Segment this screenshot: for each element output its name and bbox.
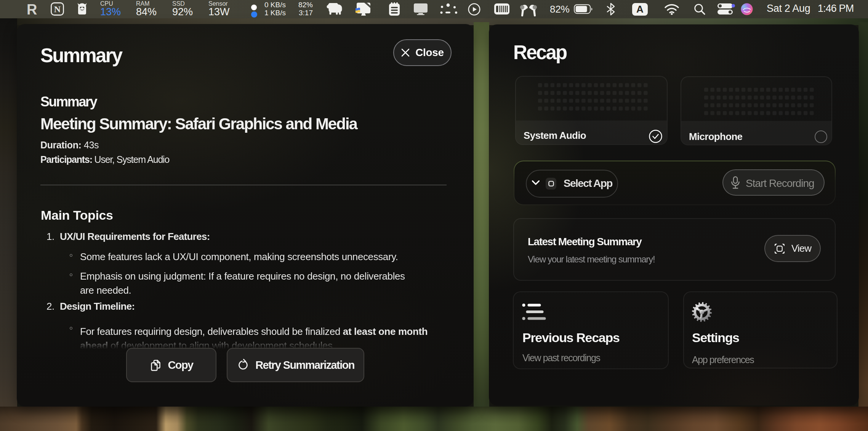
svg-text:N: N	[54, 4, 61, 14]
